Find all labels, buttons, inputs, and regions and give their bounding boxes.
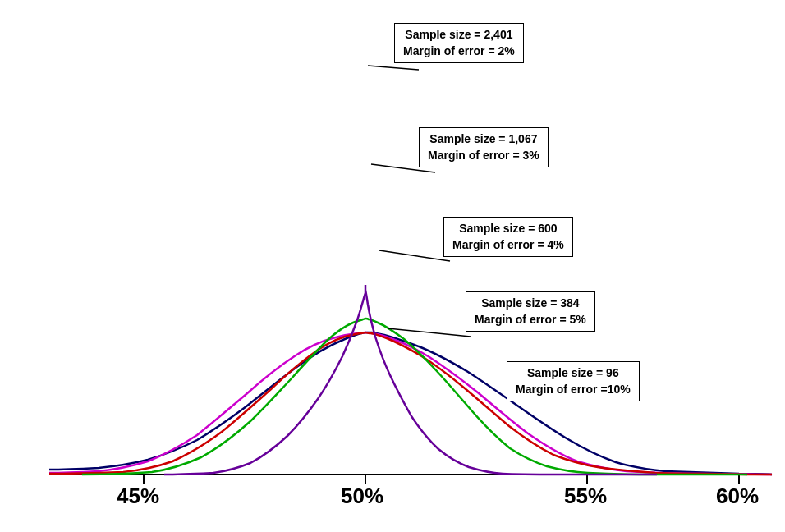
annotation-384-line1: Sample size = 384: [481, 296, 579, 310]
svg-line-7: [379, 250, 450, 261]
annotation-2401-line1: Sample size = 2,401: [405, 28, 512, 41]
annotation-384: Sample size = 384 Margin of error = 5%: [466, 291, 595, 332]
curve-96: [49, 332, 772, 475]
distribution-chart: [0, 0, 785, 532]
annotation-1067-line1: Sample size = 1,067: [429, 132, 537, 145]
curve-600: [49, 332, 772, 475]
annotation-96-line2: Margin of error =10%: [516, 383, 631, 396]
annotation-1067: Sample size = 1,067 Margin of error = 3%: [419, 127, 549, 167]
annotation-600-line2: Margin of error = 4%: [452, 238, 564, 251]
annotation-2401-line2: Margin of error = 2%: [403, 44, 515, 57]
x-label-50: 50%: [341, 484, 383, 509]
x-label-45: 45%: [117, 484, 159, 509]
annotation-96-line1: Sample size = 96: [527, 366, 619, 379]
svg-line-5: [368, 66, 419, 70]
annotation-1067-line2: Margin of error = 3%: [428, 149, 539, 162]
x-label-60: 60%: [716, 484, 759, 509]
annotation-600: Sample size = 600 Margin of error = 4%: [443, 217, 573, 257]
annotation-600-line1: Sample size = 600: [459, 222, 557, 235]
chart-container: Sample size = 2,401 Margin of error = 2%…: [0, 0, 785, 532]
annotation-2401: Sample size = 2,401 Margin of error = 2%: [394, 23, 524, 63]
annotation-384-line2: Margin of error = 5%: [475, 313, 586, 326]
annotation-96: Sample size = 96 Margin of error =10%: [507, 361, 640, 401]
curve-1067: [82, 319, 747, 475]
curve-384: [49, 332, 772, 475]
x-label-55: 55%: [564, 484, 607, 509]
